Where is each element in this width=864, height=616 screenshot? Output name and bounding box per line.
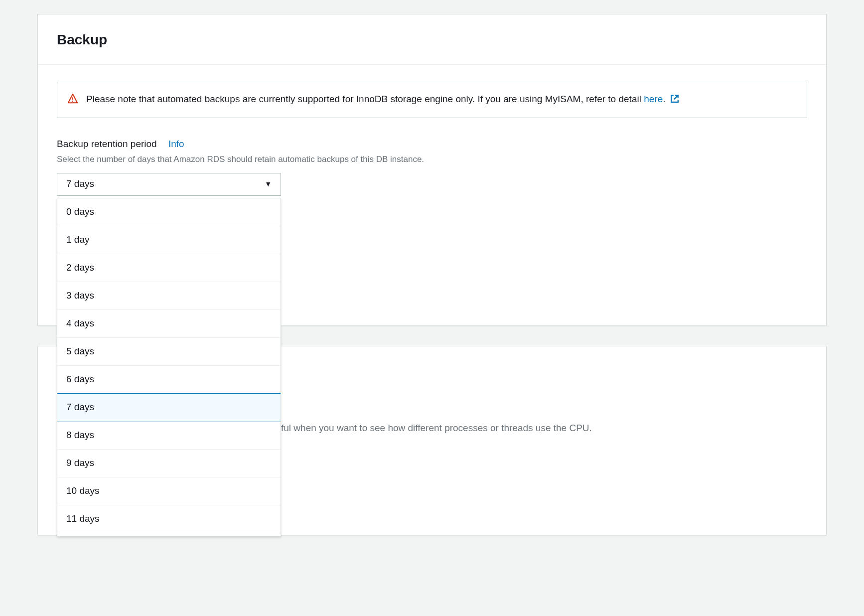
retention-selected-value: 7 days xyxy=(66,177,94,191)
retention-option[interactable]: 5 days xyxy=(57,338,281,366)
retention-option[interactable]: 10 days xyxy=(57,477,281,505)
retention-select-trigger[interactable]: 7 days ▼ xyxy=(57,173,281,196)
svg-line-2 xyxy=(674,95,678,99)
external-link-icon xyxy=(670,93,679,108)
retention-option[interactable]: 2 days xyxy=(57,254,281,282)
backup-panel: Backup Please note that automated backup… xyxy=(37,14,827,326)
retention-option[interactable]: 4 days xyxy=(57,310,281,338)
backup-alert: Please note that automated backups are c… xyxy=(57,82,807,118)
retention-option[interactable]: 0 days xyxy=(57,198,281,226)
retention-dropdown[interactable]: 0 days1 day2 days3 days4 days5 days6 day… xyxy=(57,198,281,537)
alert-text-after: . xyxy=(663,94,665,104)
retention-label: Backup retention period xyxy=(57,139,157,149)
retention-option[interactable]: 9 days xyxy=(57,450,281,477)
retention-option[interactable]: 7 days xyxy=(57,393,281,422)
retention-select: 7 days ▼ 0 days1 day2 days3 days4 days5 … xyxy=(57,173,281,196)
caret-down-icon: ▼ xyxy=(265,179,272,189)
svg-point-1 xyxy=(72,101,73,102)
retention-option[interactable]: 8 days xyxy=(57,422,281,450)
panel-header: Backup xyxy=(38,14,826,65)
warning-icon xyxy=(67,93,78,104)
panel-title: Backup xyxy=(57,29,807,50)
retention-option[interactable]: 6 days xyxy=(57,366,281,394)
retention-option[interactable]: 11 days xyxy=(57,505,281,533)
retention-label-row: Backup retention period Info xyxy=(57,137,807,152)
retention-option[interactable]: 1 day xyxy=(57,226,281,254)
alert-here-link[interactable]: here xyxy=(644,94,663,104)
retention-option[interactable]: 3 days xyxy=(57,282,281,310)
panel-body: Please note that automated backups are c… xyxy=(38,65,826,325)
retention-help: Select the number of days that Amazon RD… xyxy=(57,153,807,166)
retention-info-link[interactable]: Info xyxy=(168,139,184,149)
alert-text-before: Please note that automated backups are c… xyxy=(86,94,644,104)
